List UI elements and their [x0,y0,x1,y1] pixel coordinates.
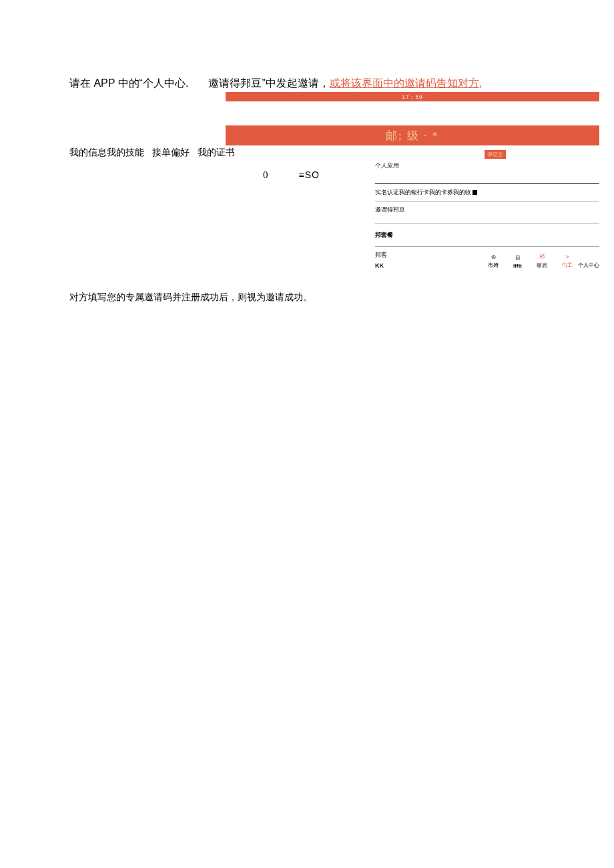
intro-part2-prefix: 邀请得邦豆”中发起邀请， [208,77,329,89]
tab-cert[interactable]: 我的证书 [198,147,235,159]
auth-row-text: 实名认证我的银行卡我的卡券我的收 [375,188,471,197]
icon-so: ≡SO [299,169,320,180]
package-row[interactable]: 邦套餐 [375,224,599,247]
intro-part2-emph: 或将 [330,77,351,89]
chevron-icon: > [565,254,569,260]
bottom-nav-row: 邦客 KK ⑥ 市姆 目 Ifftt 祁 丽息 [375,247,599,273]
nav-item-3-icon: 祁 [539,253,545,260]
nav-item-4[interactable]: > 勺工 [562,254,573,269]
header-bar-text: 邮; 级 · * [386,128,439,143]
kk-label: KK [375,262,387,269]
bangke-label[interactable]: 邦客 [375,251,387,260]
tabs-row: 我的信息我的技能 接单偏好 我的证书 [69,147,375,159]
tab-order-pref[interactable]: 接单偏好 [152,147,190,159]
deposit-row: 保证金 [375,147,599,159]
auth-row[interactable]: 实名认证我的银行卡我的卡券我的收 [375,184,599,201]
nav-item-5[interactable]: 个人中心 [578,262,599,269]
nav-item-2-icon: 目 [515,254,521,262]
nav-item-1-label: 市姆 [488,262,499,269]
nav-item-3[interactable]: 祁 丽息 [537,253,547,269]
header-bar: 邮; 级 · * [226,125,599,145]
icon-row: 0 ≡SO [263,169,375,181]
intro-part1: 请在 APP 中的“个人中心. [69,77,188,91]
invite-row[interactable]: 邀谓得邦豆 [375,201,599,224]
footer-line: 对方填写您的专属邀请码并注册成功后，则视为邀请成功。 [69,292,599,304]
nav-item-1[interactable]: ⑥ 市姆 [488,254,499,269]
nav-item-4-label: 勺工 [562,262,573,269]
intro-line: 请在 APP 中的“个人中心. 邀请得邦豆”中发起邀请，或将该界面中的邀请码告知… [69,77,599,91]
nav-item-1-icon: ⑥ [491,254,496,260]
nav-item-3-label: 丽息 [537,262,547,269]
intro-part2-suffix: 该界面中的邀请码告知对方, [351,77,482,89]
intro-part2: 邀请得邦豆”中发起邀请，或将该界面中的邀请码告知对方, [208,77,482,91]
icon-o: 0 [263,169,268,181]
deposit-badge[interactable]: 保证金 [485,150,506,159]
tab-info-skill[interactable]: 我的信息我的技能 [69,147,144,159]
square-icon [473,190,477,195]
nav-item-5-label: 个人中心 [578,262,599,269]
personal-app-label: 个人应用 [375,161,599,170]
status-bar: 17：59 [226,92,599,101]
status-bar-time: 17：59 [402,93,423,101]
nav-item-2-label: Ifftt [513,263,522,269]
nav-item-2[interactable]: 目 Ifftt [513,254,522,269]
